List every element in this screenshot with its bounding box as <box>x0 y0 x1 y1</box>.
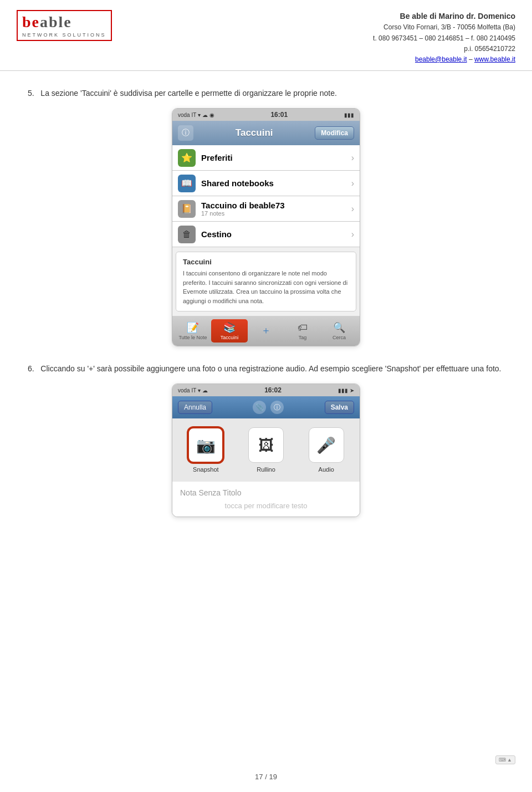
page-number: 17 / 19 <box>255 773 277 781</box>
nav-bar-1: ⓘ Taccuini Modifica <box>172 121 360 145</box>
status-bar-1: voda IT ▾ ☁ ◉ 16:01 ▮▮▮ <box>172 109 360 121</box>
logo-box: beable NETWORK SOLUTIONS <box>17 10 112 41</box>
cestino-arrow: › <box>351 229 354 239</box>
section6-description: Cliccando su '+' sarà possibile aggiunge… <box>40 364 501 373</box>
taccuino-icon: 📔 <box>178 200 196 218</box>
snapshot-grid: 📷 Snapshot 🖼 Rullino 🎤 Audio <box>172 418 360 482</box>
snapshot-btn[interactable]: 📷 <box>188 427 223 463</box>
taccuino-label: Taccuino di beable73 <box>201 201 349 210</box>
website-link[interactable]: www.beable.it <box>474 55 515 63</box>
snapshot-item-photo[interactable]: 📷 Snapshot <box>178 427 234 473</box>
taccuini-icon: 📚 <box>223 321 236 334</box>
list-item-taccuino[interactable]: 📔 Taccuino di beable73 17 notes › <box>172 196 360 222</box>
section5-description: La sezione 'Taccuini' è suddivisa per ca… <box>40 89 337 98</box>
section6-text: 6. Cliccando su '+' sarà possibile aggiu… <box>28 363 504 375</box>
list-container-1: ⭐ Preferiti › 📖 Shared notebooks › 📔 Tac… <box>172 145 360 247</box>
battery-1: ▮▮▮ <box>344 112 354 118</box>
tag-label: Tag <box>299 335 307 340</box>
shared-label: Shared notebooks <box>201 178 349 188</box>
info-icon-2[interactable]: ⓘ <box>270 401 284 414</box>
search-label: Cerca <box>332 335 346 340</box>
preferiti-text: Preferiti <box>201 153 349 162</box>
address: Corso Vito Fornari, 3/B - 70056 Molfetta… <box>112 22 515 33</box>
taccuino-arrow: › <box>351 204 354 214</box>
cancel-button[interactable]: Annulla <box>178 401 212 414</box>
section5-text: 5. La sezione 'Taccuini' è suddivisa per… <box>28 88 504 99</box>
audio-btn[interactable]: 🎤 <box>309 427 344 463</box>
company-name: Be able di Marino dr. Domenico <box>112 10 515 22</box>
toolbar-btn-notes[interactable]: 📝 Tutte le Note <box>175 319 211 343</box>
nav-title-1: Taccuini <box>236 127 273 139</box>
content: 5. La sezione 'Taccuini' è suddivisa per… <box>0 71 532 550</box>
tooltip-box: Taccuini I taccuini consentono di organi… <box>176 252 356 311</box>
piva: p.i. 05654210722 <box>112 44 515 54</box>
shared-text: Shared notebooks <box>201 178 349 188</box>
taccuini-label: Taccuini <box>221 335 239 340</box>
notes-label: Tutte le Note <box>178 335 207 340</box>
logo-sub: NETWORK SOLUTIONS <box>22 32 106 38</box>
notes-icon: 📝 <box>187 321 199 334</box>
footer: 17 / 19 <box>0 773 532 781</box>
email-link[interactable]: beable@beable.it <box>415 55 467 63</box>
shared-icon: 📖 <box>178 175 196 192</box>
logo-text: beable <box>22 13 106 31</box>
header-info: Be able di Marino dr. Domenico Corso Vit… <box>112 10 515 65</box>
signal-2: voda IT ▾ ☁ <box>178 387 208 394</box>
section6-number: 6. <box>28 364 34 373</box>
logo-area: beable NETWORK SOLUTIONS <box>17 10 112 41</box>
bottom-toolbar-1: 📝 Tutte le Note 📚 Taccuini ＋ 🏷 Tag 🔍 Cer… <box>172 316 360 346</box>
attachment-icon[interactable]: 📎 <box>253 401 266 414</box>
phone-mockup-1: voda IT ▾ ☁ ◉ 16:01 ▮▮▮ ⓘ Taccuini Modif… <box>172 108 360 346</box>
time-2: 16:02 <box>264 386 282 394</box>
signal-1: voda IT ▾ ☁ ◉ <box>178 112 214 118</box>
audio-label: Audio <box>319 466 334 473</box>
tag-icon: 🏷 <box>298 322 308 334</box>
battery-2: ▮▮▮ ➤ <box>338 387 354 394</box>
rullino-btn[interactable]: 🖼 <box>248 427 284 463</box>
taccuino-sub: 17 notes <box>201 210 349 217</box>
tooltip-title: Taccuini <box>183 258 349 266</box>
keyboard-hint: ⌨ ▲ <box>495 755 515 764</box>
status-bar-2: voda IT ▾ ☁ 16:02 ▮▮▮ ➤ <box>172 384 360 396</box>
list-item-cestino[interactable]: 🗑 Cestino › <box>172 222 360 247</box>
taccuino-text: Taccuino di beable73 17 notes <box>201 201 349 217</box>
snapshot-label: Snapshot <box>193 466 218 473</box>
toolbar-btn-tag[interactable]: 🏷 Tag <box>284 320 321 343</box>
shared-arrow: › <box>351 178 354 188</box>
save-button[interactable]: Salva <box>325 401 354 414</box>
modifica-button[interactable]: Modifica <box>315 126 354 140</box>
cestino-icon: 🗑 <box>178 226 196 243</box>
nav-icons-center: 📎 ⓘ <box>253 401 284 414</box>
rullino-label: Rullino <box>257 466 275 473</box>
section5-number: 5. <box>28 89 34 98</box>
snapshot-item-rullino[interactable]: 🖼 Rullino <box>238 427 294 473</box>
search-icon: 🔍 <box>333 321 345 334</box>
info-icon-1[interactable]: ⓘ <box>178 125 193 141</box>
toolbar-btn-taccuini[interactable]: 📚 Taccuini <box>211 319 248 343</box>
phone: t. 080 9673451 – 080 2146851 – f. 080 21… <box>112 33 515 44</box>
separator: – <box>469 55 474 63</box>
list-item-preferiti[interactable]: ⭐ Preferiti › <box>172 145 360 171</box>
snapshot-item-audio[interactable]: 🎤 Audio <box>298 427 354 473</box>
toolbar-btn-search[interactable]: 🔍 Cerca <box>321 319 357 343</box>
keyboard-icon: ⌨ ▲ <box>495 755 515 764</box>
note-placeholder: tocca per modificare testo <box>180 502 352 510</box>
note-title: Nota Senza Titolo <box>180 488 352 497</box>
preferiti-arrow: › <box>351 153 354 163</box>
time-1: 16:01 <box>270 111 288 119</box>
toolbar-btn-add[interactable]: ＋ <box>248 321 284 340</box>
add-icon: ＋ <box>261 324 271 337</box>
tooltip-body: I taccuini consentono di organizzare le … <box>183 269 349 305</box>
header: beable NETWORK SOLUTIONS Be able di Mari… <box>0 0 532 71</box>
preferiti-icon: ⭐ <box>178 149 196 167</box>
note-area: Nota Senza Titolo tocca per modificare t… <box>172 482 360 517</box>
cestino-text: Cestino <box>201 229 349 239</box>
list-item-shared[interactable]: 📖 Shared notebooks › <box>172 171 360 196</box>
contact-links: beable@beable.it – www.beable.it <box>112 54 515 65</box>
phone-mockup-2: voda IT ▾ ☁ 16:02 ▮▮▮ ➤ Annulla 📎 ⓘ Salv… <box>172 384 360 517</box>
cestino-label: Cestino <box>201 229 349 239</box>
preferiti-label: Preferiti <box>201 153 349 162</box>
nav-bar-2: Annulla 📎 ⓘ Salva <box>172 396 360 418</box>
